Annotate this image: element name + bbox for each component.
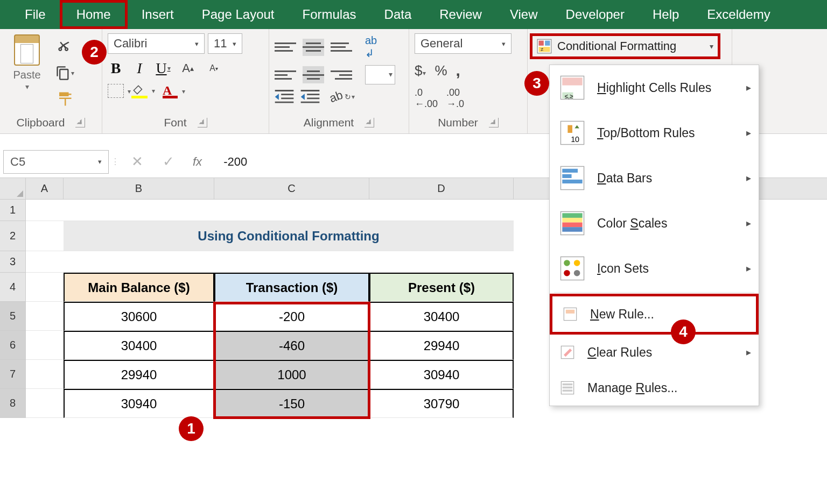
cell-D1[interactable] <box>369 200 514 221</box>
cell-D7[interactable]: 30940 <box>369 360 514 389</box>
menu-highlight-cells-rules[interactable]: ≤,≥ Highlight Cells Rules ▸ <box>550 65 759 110</box>
cell-D3[interactable] <box>369 251 514 273</box>
cell-C6[interactable]: -460 <box>214 331 369 360</box>
cell-C7[interactable]: 1000 <box>214 360 369 389</box>
tab-home[interactable]: Home <box>60 0 128 29</box>
header-main-balance[interactable]: Main Balance ($) <box>64 273 214 302</box>
row-header-6[interactable]: 6 <box>0 331 26 360</box>
tab-page-layout[interactable]: Page Layout <box>188 0 289 29</box>
row-header-2[interactable]: 2 <box>0 221 26 251</box>
align-bottom-icon[interactable] <box>331 39 352 56</box>
enter-formula-icon[interactable]: ✓ <box>153 153 184 170</box>
increase-font-icon[interactable]: A▴ <box>179 58 197 79</box>
tab-exceldemy[interactable]: Exceldemy <box>693 0 784 29</box>
decrease-font-icon[interactable]: A▾ <box>205 58 223 79</box>
fx-label[interactable]: fx <box>184 155 211 169</box>
cell-B3[interactable] <box>64 251 214 273</box>
number-launcher[interactable] <box>489 118 499 127</box>
menu-data-bars[interactable]: Data Bars ▸ <box>550 155 759 201</box>
row-header-3[interactable]: 3 <box>0 251 26 273</box>
menu-top-bottom-rules[interactable]: 10 Top/Bottom Rules ▸ <box>550 110 759 155</box>
tab-review[interactable]: Review <box>425 0 496 29</box>
menu-icon-sets[interactable]: Icon Sets ▸ <box>550 246 759 291</box>
percent-format-icon[interactable]: % <box>434 62 447 79</box>
col-header-B[interactable]: B <box>64 178 214 199</box>
cell-B5[interactable]: 30600 <box>64 302 214 331</box>
cell-B1[interactable] <box>64 200 214 221</box>
name-box[interactable]: C5▾ <box>3 150 109 174</box>
tab-data[interactable]: Data <box>370 0 426 29</box>
font-name-combo[interactable]: Calibri▾ <box>108 33 205 54</box>
underline-button[interactable]: U▾ <box>155 59 171 77</box>
increase-decimal-icon[interactable]: .0←.00 <box>415 87 438 110</box>
conditional-formatting-button[interactable]: ≠ Conditional Formatting ▾ <box>530 33 720 59</box>
menu-manage-rules[interactable]: Manage Rules... <box>550 370 759 406</box>
font-color-button[interactable]: A ▾ <box>163 83 178 98</box>
copy-icon[interactable]: ▾ <box>55 63 74 83</box>
col-header-D[interactable]: D <box>369 178 514 199</box>
decrease-indent-icon[interactable] <box>275 90 294 104</box>
tab-formulas[interactable]: Formulas <box>289 0 370 29</box>
tab-insert[interactable]: Insert <box>128 0 188 29</box>
clipboard-launcher[interactable] <box>75 118 85 127</box>
tab-view[interactable]: View <box>496 0 552 29</box>
cell-D6[interactable]: 29940 <box>369 331 514 360</box>
cell-C5[interactable]: -200 <box>214 302 369 331</box>
orientation-icon[interactable]: ab ↻ ▾ <box>330 90 355 104</box>
cell-A3[interactable] <box>26 251 64 273</box>
row-header-7[interactable]: 7 <box>0 360 26 389</box>
cell-A6[interactable] <box>26 331 64 360</box>
font-size-combo[interactable]: 11▾ <box>208 33 242 54</box>
number-format-combo[interactable]: General▾ <box>415 33 511 54</box>
row-header-1[interactable]: 1 <box>0 200 26 221</box>
paste-button[interactable]: Paste ▾ <box>5 34 48 91</box>
cell-D5[interactable]: 30400 <box>369 302 514 331</box>
tab-file[interactable]: File <box>11 0 60 29</box>
cancel-formula-icon[interactable]: ✕ <box>122 153 153 170</box>
cell-A1[interactable] <box>26 200 64 221</box>
col-header-C[interactable]: C <box>214 178 369 199</box>
cell-C3[interactable] <box>214 251 369 273</box>
cell-D8[interactable]: 30790 <box>369 389 514 418</box>
align-left-icon[interactable] <box>275 66 296 83</box>
cut-icon[interactable] <box>55 38 74 57</box>
alignment-launcher[interactable] <box>365 118 374 127</box>
cell-B6[interactable]: 30400 <box>64 331 214 360</box>
row-header-8[interactable]: 8 <box>0 389 26 418</box>
col-header-A[interactable]: A <box>26 178 64 199</box>
italic-button[interactable]: I <box>131 59 148 77</box>
borders-button[interactable]: ▾ <box>108 84 124 98</box>
accounting-format-icon[interactable]: $▾ <box>415 62 426 79</box>
cell-C1[interactable] <box>214 200 369 221</box>
menu-color-scales[interactable]: Color Scales ▸ <box>550 201 759 246</box>
tab-developer[interactable]: Developer <box>552 0 639 29</box>
menu-clear-rules[interactable]: Clear Rules ▸ <box>550 335 759 370</box>
paste-dropdown-arrow[interactable]: ▾ <box>25 82 29 91</box>
format-painter-icon[interactable] <box>55 89 74 109</box>
tab-help[interactable]: Help <box>639 0 693 29</box>
align-right-icon[interactable] <box>331 66 352 83</box>
row-header-5[interactable]: 5 <box>0 302 26 331</box>
header-transaction[interactable]: Transaction ($) <box>214 273 369 302</box>
align-middle-icon[interactable] <box>303 39 324 56</box>
fill-color-button[interactable]: ▾ <box>131 83 148 98</box>
align-center-icon[interactable] <box>303 66 324 83</box>
cell-A5[interactable] <box>26 302 64 331</box>
row-header-4[interactable]: 4 <box>0 273 26 302</box>
cell-A4[interactable] <box>26 273 64 302</box>
title-cell[interactable]: Using Conditional Formatting <box>64 221 514 251</box>
header-present[interactable]: Present ($) <box>369 273 514 302</box>
bold-button[interactable]: B <box>108 59 124 77</box>
cell-C8[interactable]: -150 <box>214 389 369 418</box>
comma-format-icon[interactable]: , <box>456 61 460 80</box>
cell-B8[interactable]: 30940 <box>64 389 214 418</box>
cell-B7[interactable]: 29940 <box>64 360 214 389</box>
wrap-text-icon[interactable]: ab↲ <box>365 34 377 60</box>
font-launcher[interactable] <box>198 118 207 127</box>
cell-A8[interactable] <box>26 389 64 418</box>
cell-A7[interactable] <box>26 360 64 389</box>
align-top-icon[interactable] <box>275 39 296 56</box>
decrease-decimal-icon[interactable]: .00→.0 <box>446 87 464 110</box>
cell-A2[interactable] <box>26 221 64 251</box>
increase-indent-icon[interactable] <box>300 90 320 104</box>
